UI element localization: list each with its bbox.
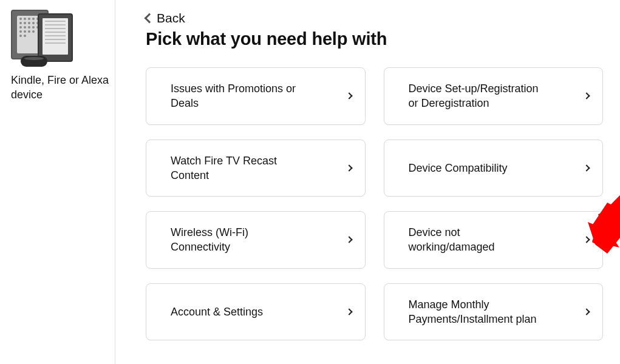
option-label: Account & Settings <box>171 305 263 319</box>
device-illustration <box>11 10 72 64</box>
main-content: Back Pick what you need help with Issues… <box>115 0 620 364</box>
svg-marker-1 <box>601 200 620 229</box>
options-grid: Issues with Promotions or Deals Device S… <box>146 67 603 340</box>
option-manage-payments[interactable]: Manage Monthly Payments/Installment plan <box>384 283 604 341</box>
chevron-right-icon <box>583 93 590 99</box>
sidebar: Kindle, Fire or Alexa device <box>0 0 115 364</box>
option-label: Manage Monthly Payments/Installment plan <box>409 297 548 327</box>
back-button[interactable]: Back <box>146 11 185 25</box>
chevron-right-icon <box>346 164 352 171</box>
echo-icon <box>21 56 47 67</box>
option-device-compatibility[interactable]: Device Compatibility <box>384 140 604 197</box>
option-promotions-deals[interactable]: Issues with Promotions or Deals <box>146 67 366 125</box>
chevron-right-icon <box>346 237 352 243</box>
chevron-right-icon <box>346 93 352 99</box>
option-account-settings[interactable]: Account & Settings <box>146 283 366 341</box>
svg-marker-8 <box>613 159 620 217</box>
chevron-right-icon <box>346 308 352 315</box>
option-device-setup-registration[interactable]: Device Set-up/Registration or Deregistra… <box>384 67 604 125</box>
option-label: Wireless (Wi-Fi) Connectivity <box>171 225 310 255</box>
page-title: Pick what you need help with <box>146 29 603 49</box>
option-label: Device not working/damaged <box>409 225 548 255</box>
option-label: Watch Fire TV Recast Content <box>171 153 310 183</box>
chevron-left-icon <box>145 13 155 24</box>
chevron-right-icon <box>583 237 590 243</box>
chevron-right-icon <box>583 308 590 315</box>
option-fire-tv-recast[interactable]: Watch Fire TV Recast Content <box>146 140 366 197</box>
option-wifi-connectivity[interactable]: Wireless (Wi-Fi) Connectivity <box>146 211 366 269</box>
chevron-right-icon <box>583 164 590 171</box>
option-label: Device Set-up/Registration or Deregistra… <box>409 81 548 111</box>
option-label: Issues with Promotions or Deals <box>171 81 310 111</box>
option-device-not-working[interactable]: Device not working/damaged <box>384 211 604 269</box>
sidebar-device-label: Kindle, Fire or Alexa device <box>11 73 110 103</box>
back-label: Back <box>157 11 185 25</box>
option-label: Device Compatibility <box>409 161 508 175</box>
ereader-icon <box>38 13 73 62</box>
